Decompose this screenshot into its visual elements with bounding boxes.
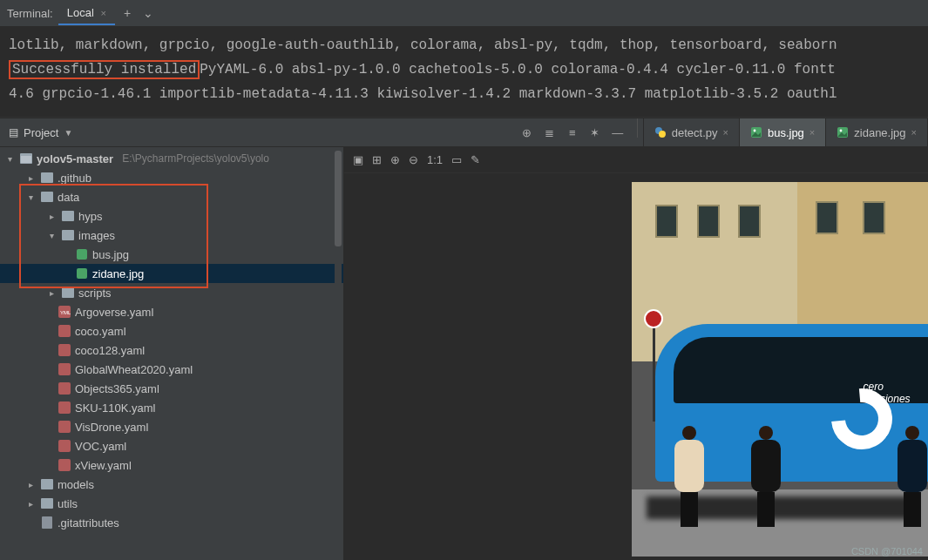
scrollbar[interactable] [335,151,342,377]
yaml-file-icon [58,324,71,338]
yaml-file-icon [58,362,71,376]
watermark: CSDN @701044 [851,546,923,557]
tree-label: .gitattributes [58,516,119,530]
yaml-file-icon [58,343,71,357]
svg-rect-23 [58,440,71,452]
zoom-out-icon[interactable]: ⊖ [409,153,418,166]
close-icon[interactable]: × [809,127,815,138]
tree-dir-scripts[interactable]: ▸ scripts [0,283,343,302]
folder-icon [40,171,54,185]
chevron-down-icon[interactable]: ▾ [45,231,58,240]
chevron-right-icon[interactable]: ▸ [24,480,37,489]
tree-label: hyps [78,210,102,223]
svg-rect-18 [58,344,71,356]
tree-label: coco128.yaml [75,344,145,357]
chevron-right-icon[interactable]: ▸ [45,288,58,298]
close-icon[interactable]: × [100,8,105,18]
tree-file-coco[interactable]: coco.yaml [0,321,343,341]
terminal-tab-local[interactable]: Local × [58,2,115,25]
tree-dir-utils[interactable]: ▸ utils [0,494,343,513]
tree-label: SKU-110K.yaml [75,401,155,415]
image-file-icon [75,247,89,261]
tree-file-bus[interactable]: bus.jpg [0,245,343,264]
image-canvas[interactable]: cero emisiones [344,173,928,560]
terminal-line: lotlib, markdown, grpcio, google-auth-oa… [9,33,919,57]
tree-label: VisDrone.yaml [75,421,148,434]
tree-file-gitattributes[interactable]: .gitattributes [0,513,343,532]
tree-dir-images[interactable]: ▾ images [0,226,343,245]
tree-root-path: E:\PycharmProjects\yolov5\yolo [122,152,269,165]
terminal-output[interactable]: lotlib, markdown, grpcio, google-auth-oa… [0,26,928,117]
tree-dir-github[interactable]: ▸ .github [0,168,343,187]
terminal-title: Terminal: [7,7,53,20]
tab-bus-jpg[interactable]: bus.jpg × [740,118,826,146]
tree-dir-models[interactable]: ▸ models [0,475,343,494]
fit-to-window-icon[interactable]: ▣ [353,153,363,166]
tree-file-xview[interactable]: xView.yaml [0,455,343,475]
tab-zidane-jpg[interactable]: zidane.jpg × [826,118,928,146]
tree-file-coco128[interactable]: coco128.yaml [0,341,343,360]
image-detail [738,205,761,238]
svg-rect-11 [62,230,74,240]
image-detail [697,205,720,238]
image-detail [655,205,678,238]
image-caption-text: emisiones [864,393,911,405]
yaml-file-icon [58,420,71,434]
editor-tabs: detect.py × bus.jpg × zidane.jpg × [643,118,928,146]
svg-rect-26 [41,498,53,509]
target-icon[interactable]: ⊕ [518,124,536,141]
tree-label: xView.yaml [75,459,132,472]
tree-root[interactable]: ▾ yolov5-master E:\PycharmProjects\yolov… [0,149,343,168]
gear-icon[interactable]: ✶ [586,124,604,141]
project-tool-button[interactable]: ▤ Project ▼ [0,118,81,146]
tree-dir-hyps[interactable]: ▸ hyps [0,206,343,226]
terminal-dropdown-button[interactable]: ⌄ [139,6,157,20]
folder-icon [40,496,54,510]
terminal-panel: Terminal: Local × + ⌄ lotlib, markdown, … [0,0,928,118]
chevron-right-icon[interactable]: ▸ [45,212,58,221]
chevron-right-icon[interactable]: ▸ [24,499,37,509]
chevron-down-icon[interactable]: ▾ [3,154,16,164]
folder-icon [61,228,75,242]
tree-label: .github [58,172,91,185]
color-picker-icon[interactable]: ✎ [471,153,480,166]
close-icon[interactable]: × [911,127,917,138]
tree-label: utils [58,497,78,510]
tab-detect-py[interactable]: detect.py × [644,118,740,146]
tree-file-visdrone[interactable]: VisDrone.yaml [0,417,343,436]
new-terminal-tab-button[interactable]: + [120,6,134,20]
tree-file-argoverse[interactable]: YMLArgoverse.yaml [0,302,343,321]
crop-icon[interactable]: ▭ [451,153,462,166]
svg-rect-21 [58,401,71,414]
scrollbar-thumb[interactable] [335,151,342,246]
tree-dir-data[interactable]: ▾ data [0,187,343,206]
chevron-down-icon[interactable]: ▾ [24,192,37,202]
svg-point-1 [659,131,666,138]
svg-rect-13 [77,268,87,279]
collapse-all-icon[interactable]: ≡ [564,124,581,141]
close-icon[interactable]: × [722,127,728,138]
grid-icon[interactable]: ⊞ [372,153,382,166]
tree-label: zidane.jpg [92,267,144,280]
tree-label: bus.jpg [92,248,129,261]
svg-rect-7 [21,156,31,163]
chevron-right-icon[interactable]: ▸ [24,173,37,183]
project-tree[interactable]: ▾ yolov5-master E:\PycharmProjects\yolov… [0,147,344,560]
tree-file-zidane[interactable]: zidane.jpg [0,264,343,283]
terminal-tab-label: Local [67,6,94,19]
file-icon [40,516,54,530]
yaml-file-icon [58,439,71,453]
zoom-in-icon[interactable]: ⊕ [390,153,400,166]
tab-label: zidane.jpg [854,126,905,139]
tree-file-sku110k[interactable]: SKU-110K.yaml [0,398,343,417]
hide-panel-icon[interactable]: — [609,124,627,141]
tree-label: Objects365.yaml [75,382,159,395]
divider [637,118,638,138]
tree-file-voc[interactable]: VOC.yaml [0,436,343,455]
svg-rect-12 [77,249,87,260]
tree-file-objects365[interactable]: Objects365.yaml [0,379,343,398]
tree-file-globalwheat[interactable]: GlobalWheat2020.yaml [0,360,343,379]
expand-all-icon[interactable]: ≣ [541,124,559,141]
image-person [744,426,788,527]
actual-size-button[interactable]: 1:1 [427,153,443,166]
